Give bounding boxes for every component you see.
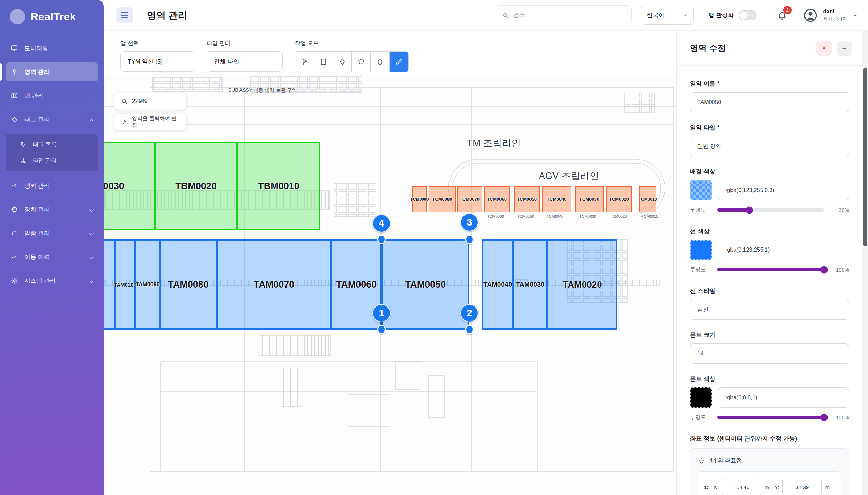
sidebar-item-type-mgmt[interactable]: 타입 관리: [8, 153, 95, 169]
map-region-TCM0010[interactable]: TCM0010: [639, 186, 656, 212]
tool-ellipse-button[interactable]: [371, 52, 390, 72]
notifications-button[interactable]: 2: [777, 10, 787, 21]
hamburger-icon: [121, 15, 128, 16]
slider-thumb[interactable]: [821, 266, 828, 273]
coord-x-label: X:: [713, 484, 718, 490]
map-region-TAM0110[interactable]: TAM0110: [104, 239, 115, 330]
map-region-TAM0100[interactable]: TAM0100: [115, 239, 135, 330]
sidebar-item-label: 이동 이력: [24, 253, 50, 261]
region-label: TBM0010: [258, 181, 299, 192]
sidebar-item-tag[interactable]: 태그 관리: [6, 110, 98, 129]
tool-pencil-button[interactable]: [390, 52, 408, 72]
plan-label: TCM0060: [487, 214, 504, 219]
minimize-button[interactable]: –: [837, 41, 852, 56]
search-input[interactable]: [513, 12, 625, 19]
map-canvas[interactable]: SUB ASSY 이동 대차 보관 구역TM 조립라인AGV 조립라인TCM00…: [104, 75, 676, 495]
sidebar-item-system[interactable]: 시스템 관리: [6, 271, 98, 290]
map-region-TAM0030[interactable]: TAM0030: [513, 239, 547, 330]
map-region-TCM0080[interactable]: TCM0080: [429, 186, 456, 212]
tab-activation-control: 탭 활성화: [709, 10, 757, 20]
panel-header: 영역 수정 × –: [677, 31, 862, 66]
map-region-TAM0090[interactable]: TAM0090: [135, 239, 160, 330]
bg-color-input[interactable]: [718, 180, 849, 200]
type-filter-label: 타입 필터: [207, 40, 283, 47]
edit-area-panel: 영역 수정 × – 영역 이름 * 영역 타입 * 배경 색상: [676, 31, 862, 495]
map-region-TCM0030[interactable]: TCM0030: [575, 186, 604, 212]
font-color-swatch[interactable]: [690, 387, 712, 408]
tool-diamond-button[interactable]: [333, 52, 352, 72]
map-region-TBM0030[interactable]: TBM0030: [104, 142, 155, 230]
tab-toggle-switch[interactable]: [739, 10, 757, 20]
vertex-marker-4[interactable]: 4: [372, 214, 391, 232]
sidebar-item-tag-list[interactable]: 태그 목록: [8, 136, 95, 153]
line-style-input[interactable]: [690, 300, 849, 320]
rect-icon: [319, 58, 328, 66]
type-filter-select[interactable]: 전체 타입: [207, 51, 283, 72]
vertex-marker-3[interactable]: 3: [460, 213, 478, 231]
map-region-TCM0050[interactable]: TCM0050: [514, 186, 540, 212]
region-label: TAM0110: [104, 281, 104, 288]
line-style-field: 선 스타일: [690, 287, 849, 320]
coord-x-input[interactable]: [722, 478, 761, 495]
map-pin-icon: [698, 457, 705, 464]
vertex-marker-2[interactable]: 2: [460, 304, 478, 322]
slider-thumb[interactable]: [745, 206, 753, 214]
tool-rectangle-button[interactable]: [314, 52, 333, 72]
sidebar-item-area[interactable]: 영역 관리: [6, 62, 98, 81]
language-select[interactable]: 한국어: [641, 6, 694, 25]
line-color-swatch[interactable]: [690, 240, 712, 260]
sidebar-item-device[interactable]: 장치 관리: [6, 200, 98, 219]
vertex-marker-1[interactable]: 1: [372, 304, 391, 322]
sidebar-item-anchor[interactable]: 앵커 관리: [6, 176, 98, 195]
top-header: 영역 관리 한국어 탭 활성화 2 dxel 회사 관리자: [104, 0, 868, 31]
line-opacity-slider[interactable]: [717, 268, 824, 271]
sidebar-toggle-button[interactable]: [116, 7, 133, 23]
map-region-TCM0070[interactable]: TCM0070: [457, 186, 482, 212]
map-region-TAM0050[interactable]: TAM0050: [381, 239, 469, 330]
tool-pentagon-button[interactable]: [352, 52, 371, 72]
map-region-TCM0040[interactable]: TCM0040: [542, 186, 571, 212]
sidebar-item-alarm[interactable]: 알람 관리: [6, 224, 98, 243]
zoom-in-icon: [121, 98, 128, 105]
bg-color-swatch[interactable]: [690, 180, 712, 200]
bg-color-label: 배경 색상: [690, 168, 849, 176]
sidebar-item-map[interactable]: 맵 관리: [6, 86, 98, 105]
scrollbar-thumb[interactable]: [863, 68, 867, 246]
user-menu[interactable]: dxel 회사 관리자: [803, 8, 858, 23]
line-color-input[interactable]: [718, 240, 849, 260]
font-color-input[interactable]: [718, 387, 849, 408]
map-region-TBM0010[interactable]: TBM0010: [237, 142, 320, 230]
area-type-input[interactable]: [690, 136, 849, 156]
coord-y-input[interactable]: [782, 478, 822, 495]
search-icon: [502, 12, 509, 19]
map-region-TAM0080[interactable]: TAM0080: [160, 239, 217, 330]
sidebar: RealTrek 모니터링영역 관리맵 관리태그 관리태그 목록타입 관리앵커 …: [0, 0, 104, 495]
font-opacity-slider[interactable]: [717, 416, 824, 419]
map-region-TAM0040[interactable]: TAM0040: [482, 239, 513, 330]
region-label: TCM0030: [579, 197, 599, 202]
map-region-TAM0020[interactable]: TAM0020: [547, 239, 617, 330]
close-button[interactable]: ×: [816, 41, 832, 56]
vertex-handle[interactable]: [465, 235, 474, 244]
opacity-label: 투명도: [690, 266, 710, 273]
person-icon: [803, 8, 818, 23]
map-region-TCM0060[interactable]: TCM0060: [484, 186, 510, 212]
font-size-input[interactable]: [690, 343, 849, 364]
vertex-handle[interactable]: [465, 325, 474, 334]
vertex-handle[interactable]: [377, 325, 386, 334]
chevron-down-icon: [682, 12, 688, 19]
bg-opacity-slider[interactable]: [717, 208, 824, 212]
slider-thumb[interactable]: [821, 414, 828, 421]
vertex-handle[interactable]: [377, 235, 386, 244]
area-name-input[interactable]: [690, 92, 849, 112]
sidebar-item-monitoring[interactable]: 모니터링: [6, 39, 98, 58]
map-select[interactable]: TYM 익산 (5): [120, 51, 195, 72]
avatar: [803, 8, 818, 23]
map-region-TBM0020[interactable]: TBM0020: [155, 142, 237, 230]
map-region-TAM0070[interactable]: TAM0070: [217, 239, 331, 330]
sidebar-item-history[interactable]: 이동 이력: [6, 248, 98, 266]
plan-label: SUB ASSY 이동 대차 보관 구역: [228, 87, 297, 94]
tool-cursor-button[interactable]: [295, 52, 314, 72]
map-region-TCM0090[interactable]: TCM0090: [412, 186, 427, 212]
map-region-TCM0020[interactable]: TCM0020: [606, 186, 632, 212]
